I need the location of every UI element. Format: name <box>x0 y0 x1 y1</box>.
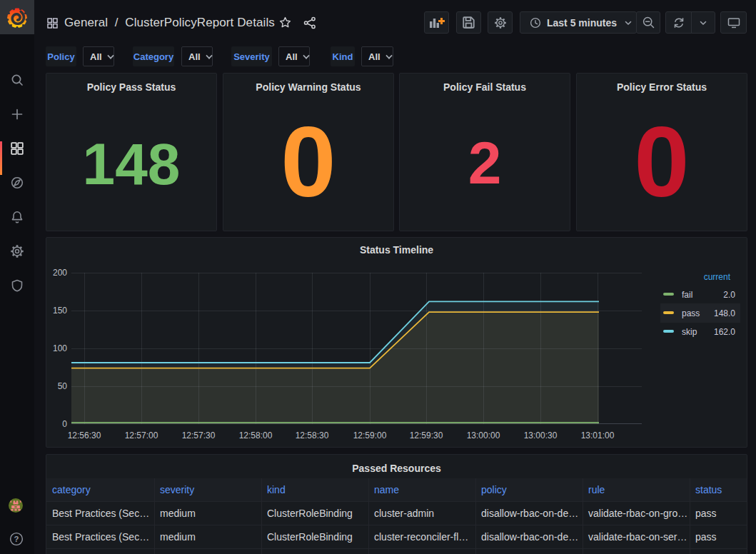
svg-text:?: ? <box>14 535 19 543</box>
